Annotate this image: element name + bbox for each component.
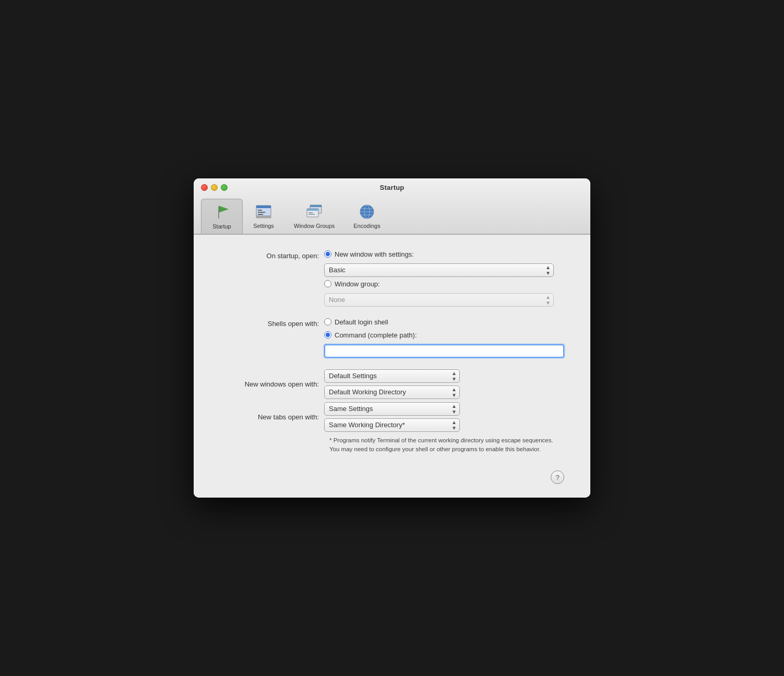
default-login-radio-row: Default login shell <box>324 318 564 326</box>
svg-rect-5 <box>258 212 265 213</box>
new-window-radio-row: New window with settings: <box>324 250 564 258</box>
tab-settings[interactable]: Settings <box>243 199 284 234</box>
startup-icon <box>211 202 232 222</box>
shells-row: Shells open with: Default login shell Co… <box>220 318 564 358</box>
svg-rect-7 <box>256 216 271 218</box>
tab-startup-label: Startup <box>212 223 231 230</box>
encodings-icon <box>357 202 377 222</box>
content-area: On startup, open: New window with settin… <box>194 235 590 498</box>
close-button[interactable] <box>201 184 208 191</box>
traffic-lights <box>201 184 228 191</box>
startup-controls: New window with settings: Basic Default … <box>324 250 564 307</box>
command-radio-row: Command (complete path): <box>324 331 564 339</box>
svg-rect-4 <box>258 210 262 211</box>
shells-label: Shells open with: <box>220 318 324 328</box>
svg-rect-9 <box>310 205 322 207</box>
new-tabs-selects: Same Settings Default Settings ▲▼ Same W… <box>324 402 460 432</box>
titlebar: Startup Startup <box>194 178 590 234</box>
new-windows-directory-wrapper: Default Working Directory Home Directory… <box>324 385 460 399</box>
svg-rect-12 <box>308 212 313 213</box>
footnote: * Programs notify Terminal of the curren… <box>329 436 554 454</box>
svg-rect-6 <box>258 214 263 215</box>
shells-section: Shells open with: Default login shell Co… <box>220 318 564 358</box>
toolbar: Startup Settings <box>201 196 583 234</box>
new-window-radio-label: New window with settings: <box>335 250 414 258</box>
new-tabs-settings-wrapper: Same Settings Default Settings ▲▼ <box>324 402 460 416</box>
svg-rect-3 <box>256 206 271 208</box>
bottom-row: ? <box>220 465 564 487</box>
new-windows-directory-select[interactable]: Default Working Directory Home Directory… <box>324 385 460 399</box>
svg-rect-11 <box>307 209 318 211</box>
minimize-button[interactable] <box>211 184 218 191</box>
shells-controls: Default login shell Command (complete pa… <box>324 318 564 358</box>
new-tabs-label: New tabs open with: <box>220 413 324 421</box>
new-tabs-settings-select[interactable]: Same Settings Default Settings <box>324 402 460 416</box>
startup-row: On startup, open: New window with settin… <box>220 250 564 307</box>
window-title: Startup <box>380 184 405 191</box>
tab-window-groups-label: Window Groups <box>294 223 335 229</box>
command-radio[interactable] <box>324 331 331 339</box>
new-windows-row: New windows open with: Default Settings … <box>220 369 564 399</box>
settings-select[interactable]: Basic Default Grass Homebrew <box>324 263 554 277</box>
default-login-radio[interactable] <box>324 318 331 325</box>
tab-startup[interactable]: Startup <box>201 199 243 234</box>
new-windows-settings-select[interactable]: Default Settings Basic <box>324 369 460 383</box>
tab-settings-label: Settings <box>253 223 274 229</box>
titlebar-top: Startup <box>201 184 583 191</box>
group-select[interactable]: None <box>324 293 554 307</box>
group-select-wrapper: None ▲▼ <box>324 293 554 307</box>
startup-label: On startup, open: <box>220 250 324 260</box>
svg-rect-13 <box>308 214 315 215</box>
window-group-radio[interactable] <box>324 280 331 287</box>
window-groups-icon <box>304 202 325 222</box>
tab-window-groups[interactable]: Window Groups <box>284 199 344 234</box>
tab-encodings-label: Encodings <box>353 223 380 229</box>
new-tabs-row: New tabs open with: Same Settings Defaul… <box>220 402 564 432</box>
window-group-radio-row: Window group: <box>324 280 564 288</box>
settings-select-wrapper: Basic Default Grass Homebrew ▲▼ <box>324 263 554 277</box>
new-window-radio[interactable] <box>324 250 331 258</box>
startup-section: On startup, open: New window with settin… <box>220 250 564 307</box>
settings-icon <box>253 202 274 222</box>
tab-encodings[interactable]: Encodings <box>344 199 389 234</box>
new-windows-section: New windows open with: Default Settings … <box>220 369 564 454</box>
preferences-window: Startup Startup <box>194 178 590 498</box>
command-radio-label: Command (complete path): <box>335 331 417 339</box>
window-group-radio-label: Window group: <box>335 280 380 288</box>
new-windows-selects: Default Settings Basic ▲▼ Default Workin… <box>324 369 460 399</box>
help-button[interactable]: ? <box>551 470 564 484</box>
new-windows-settings-wrapper: Default Settings Basic ▲▼ <box>324 369 460 383</box>
svg-rect-0 <box>218 206 219 219</box>
command-input[interactable]: /bin/bash -l <box>324 344 564 358</box>
new-tabs-directory-wrapper: Same Working Directory* Default Working … <box>324 418 460 432</box>
new-tabs-directory-select[interactable]: Same Working Directory* Default Working … <box>324 418 460 432</box>
maximize-button[interactable] <box>221 184 228 191</box>
new-windows-label: New windows open with: <box>220 380 324 388</box>
svg-marker-1 <box>219 206 228 212</box>
default-login-label: Default login shell <box>335 318 388 326</box>
